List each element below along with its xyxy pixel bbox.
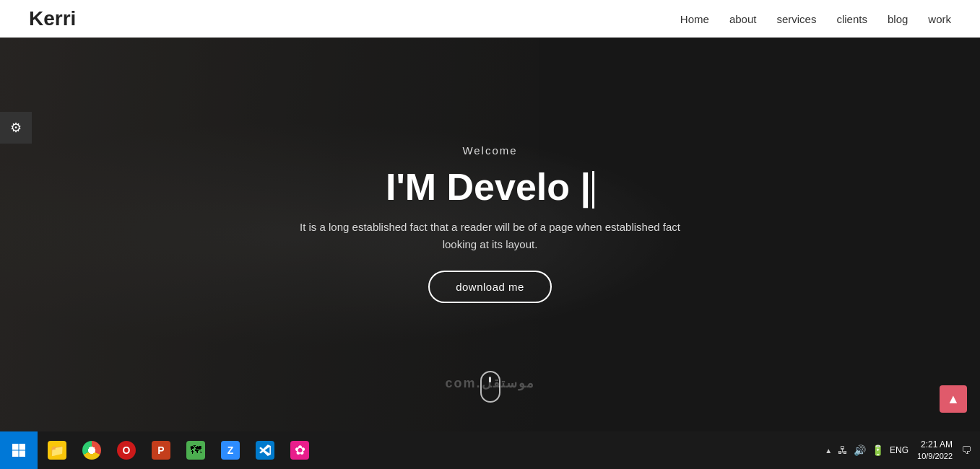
hero-section: Welcome I'M Develo | It is a long establ… xyxy=(0,38,980,431)
app-pink-icon: ✿ xyxy=(290,441,309,460)
clock-time: 2:21 AM xyxy=(921,439,953,451)
nav-services[interactable]: services xyxy=(776,13,816,25)
download-me-button[interactable]: download me xyxy=(428,271,552,303)
nav-links: Home about services clients blog work xyxy=(680,13,951,25)
cursor-blink xyxy=(592,171,594,209)
taskbar-app-chrome[interactable] xyxy=(75,434,108,467)
nav-about[interactable]: about xyxy=(729,13,757,25)
nav-home[interactable]: Home xyxy=(680,13,709,25)
svg-rect-3 xyxy=(19,451,26,457)
taskbar-app-zoom[interactable]: Z xyxy=(214,434,247,467)
network-icon: 🖧 xyxy=(838,444,848,456)
files-icon: 📁 xyxy=(48,441,66,460)
taskbar-app-files[interactable]: 📁 xyxy=(40,434,74,467)
zoom-icon: Z xyxy=(221,441,240,460)
nav-blog[interactable]: blog xyxy=(888,13,908,25)
hero-description: It is a long established fact that a rea… xyxy=(288,219,693,253)
vscode-icon xyxy=(256,441,274,460)
opera-icon: O xyxy=(117,441,136,460)
settings-button[interactable]: ⚙ xyxy=(0,112,32,144)
ppt-icon: P xyxy=(152,441,170,460)
system-clock[interactable]: 2:21 AM 10/9/2022 xyxy=(914,439,955,462)
taskbar-app-maps[interactable]: 🗺 xyxy=(179,434,212,467)
nav-work[interactable]: work xyxy=(928,13,951,25)
notification-icon[interactable]: 🗨 xyxy=(961,444,971,456)
clock-date: 10/9/2022 xyxy=(917,451,953,462)
windows-icon xyxy=(12,443,26,457)
site-logo[interactable]: Kerri xyxy=(29,7,76,30)
hero-title: I'M Develo | xyxy=(386,167,594,209)
hero-welcome-text: Welcome xyxy=(462,144,517,157)
hero-content: Welcome I'M Develo | It is a long establ… xyxy=(288,144,693,303)
scroll-top-button[interactable]: ▲ xyxy=(940,385,967,413)
taskbar: 📁 O P 🗺 Z ✿ ▲ 🖧 xyxy=(0,431,980,469)
svg-rect-1 xyxy=(19,444,26,450)
language-indicator[interactable]: ENG xyxy=(890,445,909,455)
svg-rect-0 xyxy=(12,444,19,450)
maps-icon: 🗺 xyxy=(186,441,205,460)
navbar: Kerri Home about services clients blog w… xyxy=(0,0,980,38)
svg-rect-2 xyxy=(12,451,19,457)
taskbar-app-opera[interactable]: O xyxy=(110,434,143,467)
taskbar-tray: ▲ 🖧 🔊 🔋 ENG 2:21 AM 10/9/2022 🗨 xyxy=(816,439,980,462)
start-button[interactable] xyxy=(0,431,38,469)
taskbar-apps: 📁 O P 🗺 Z ✿ xyxy=(38,434,816,467)
taskbar-app-ppt[interactable]: P xyxy=(144,434,178,467)
taskbar-app-vscode[interactable] xyxy=(248,434,282,467)
tray-expand-icon[interactable]: ▲ xyxy=(825,447,832,455)
watermark: موستقل.com xyxy=(445,375,534,391)
nav-clients[interactable]: clients xyxy=(836,13,867,25)
chevron-up-icon: ▲ xyxy=(947,392,960,407)
volume-icon[interactable]: 🔊 xyxy=(854,444,866,456)
taskbar-app-pink[interactable]: ✿ xyxy=(283,434,316,467)
chrome-icon xyxy=(82,441,101,460)
gear-icon: ⚙ xyxy=(10,120,22,136)
battery-icon: 🔋 xyxy=(872,444,884,456)
